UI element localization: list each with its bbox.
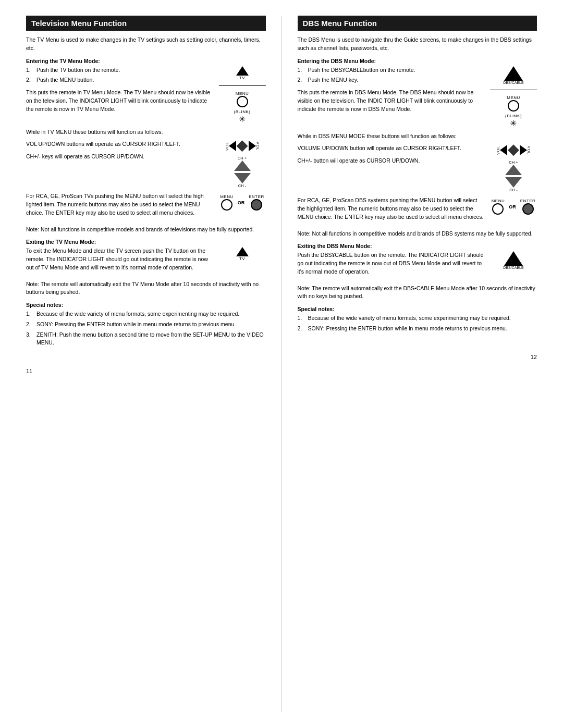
right-ch-down-arrow bbox=[505, 177, 522, 188]
right-blink-star: ✳ bbox=[510, 118, 517, 128]
right-vol-ch-text: VOLUME UP/DOWN button will operate as CU… bbox=[298, 144, 485, 169]
right-exit-dbs-button: DBS/CABLE bbox=[503, 251, 523, 269]
left-exit-text: To exit the Menu Mode and clear the TV s… bbox=[26, 247, 214, 276]
right-enter-diagram: ENTER bbox=[520, 199, 536, 215]
right-note1: Note: Not all functions in competitive m… bbox=[298, 230, 537, 238]
left-blink-star: ✳ bbox=[239, 114, 246, 124]
left-exit-tv-diagram: TV bbox=[219, 247, 266, 261]
left-menu2-label: MENU bbox=[220, 194, 234, 199]
right-menu-circle bbox=[508, 100, 519, 112]
left-divider-1 bbox=[219, 85, 266, 86]
left-tv-button-diagram: TV bbox=[236, 66, 249, 80]
left-tv-diagram: TV MENU (BLINK) ✳ bbox=[219, 66, 266, 124]
right-vol-ch-row: VOLUME UP/DOWN button will operate as CU… bbox=[298, 144, 537, 192]
left-or-row: MENU OR ENTER bbox=[220, 194, 264, 211]
right-vol-desc: VOLUME UP/DOWN button will operate as CU… bbox=[298, 144, 485, 153]
left-exit-tv-button: TV bbox=[236, 247, 249, 261]
right-ch-plus-label: CH + bbox=[509, 160, 518, 165]
left-ch-up-arrow bbox=[234, 161, 251, 171]
left-exiting-label: Exiting the TV Menu Mode: bbox=[26, 239, 266, 245]
left-tv-label: TV bbox=[239, 76, 245, 80]
left-menu-label: MENU bbox=[236, 91, 249, 96]
right-ch-minus-label: CH - bbox=[509, 188, 517, 192]
right-or-row: MENU OR ENTER bbox=[492, 199, 536, 215]
right-dbs-triangle bbox=[504, 66, 523, 81]
right-steps-diagram-row: 1. Push the DBS¥CABLEbutton on the remot… bbox=[298, 66, 537, 128]
right-ch-minus-diagram: CH - bbox=[505, 177, 522, 192]
left-special-1: 1. Because of the wide variety of menu f… bbox=[26, 310, 266, 318]
right-page-num: 12 bbox=[298, 354, 537, 360]
left-exit-desc: To exit the Menu Mode and clear the TV s… bbox=[26, 247, 214, 272]
left-arrow-left bbox=[229, 141, 236, 151]
right-menu2-label: MENU bbox=[492, 199, 505, 203]
left-vol-label-right: VOL bbox=[256, 142, 260, 151]
right-menu2-circle bbox=[492, 203, 504, 215]
left-special-3: 3. ZENITH: Push the menu button a second… bbox=[26, 331, 266, 348]
left-page-num: 11 bbox=[26, 368, 266, 374]
left-vol-label-left: VOL bbox=[225, 142, 229, 151]
left-rca-desc: For RCA, GE, ProScan TVs pushing the MEN… bbox=[26, 192, 214, 217]
right-exiting-label: Exiting the DBS Menu Mode: bbox=[298, 243, 537, 249]
right-divider-1 bbox=[490, 90, 537, 90]
right-special-2: 2. SONY: Pressing the ENTER button while… bbox=[298, 325, 537, 333]
left-vol-diagram: VOL VOL bbox=[225, 140, 260, 152]
left-diamond bbox=[237, 140, 248, 152]
right-dbs-button-diagram: DBS/CABLE bbox=[503, 66, 523, 84]
right-menu-enter-diagram: MENU OR ENTER bbox=[490, 196, 537, 215]
right-vol-diagram: VOL VOL bbox=[496, 144, 531, 156]
left-while-in: While in TV MENU these buttons will func… bbox=[26, 128, 266, 137]
left-steps-diagram-row: 1. Push the TV button on the remote. 2. … bbox=[26, 66, 266, 124]
right-menu2-diagram: MENU bbox=[492, 199, 505, 215]
right-section-header: DBS Menu Function bbox=[298, 16, 537, 31]
right-rca-desc: For RCA, GE, ProScan DBS systems pushing… bbox=[298, 196, 485, 221]
left-note1: Note: Not all functions in competitive m… bbox=[26, 226, 266, 234]
right-exit-row: Push the DBS¥CABLE button on the remote.… bbox=[298, 251, 537, 280]
right-entering-label: Entering the DBS Menu Mode: bbox=[298, 58, 537, 64]
left-exit-tv-triangle bbox=[236, 247, 249, 256]
left-special-label: Special notes: bbox=[26, 302, 266, 308]
right-header-text: DBS Menu Function bbox=[303, 19, 377, 28]
right-exit-dbs-triangle bbox=[504, 251, 523, 266]
left-note2: Note: The remote will automatically exit… bbox=[26, 280, 266, 297]
right-exit-text: Push the DBS¥CABLE button on the remote.… bbox=[298, 251, 485, 280]
right-menu-diagram: MENU bbox=[507, 95, 520, 112]
right-special-label: Special notes: bbox=[298, 306, 537, 312]
left-enter-diagram: ENTER bbox=[249, 194, 264, 211]
left-exit-row: To exit the Menu Mode and clear the TV s… bbox=[26, 247, 266, 276]
right-mode-desc: This puts the remote in DBS Menu Mode. T… bbox=[298, 89, 485, 113]
left-section-header: Television Menu Function bbox=[26, 16, 266, 31]
left-or-text: OR bbox=[238, 200, 245, 205]
left-special-2: 2. SONY: Pressing the ENTER button while… bbox=[26, 320, 266, 329]
right-vol-label-left: VOL bbox=[496, 146, 500, 155]
left-ch-down-arrow bbox=[234, 173, 251, 183]
left-menu-enter-diagram: MENU OR ENTER bbox=[219, 192, 266, 211]
right-blink-diagram: (BLINK) ✳ bbox=[505, 114, 522, 128]
left-tv-triangle bbox=[236, 66, 249, 76]
left-vol-ch-diagram: VOL VOL CH + CH - bbox=[219, 140, 266, 188]
left-vol-ch-row: VOL UP/DOWN buttons will operate as CURS… bbox=[26, 140, 266, 188]
right-intro: The DBS Menu is used to navigate thru th… bbox=[298, 36, 537, 53]
left-mode-desc: This puts the remote in TV Menu Mode. Th… bbox=[26, 89, 214, 113]
right-vol-ch-diagram: VOL VOL CH + CH - bbox=[490, 144, 537, 192]
right-ch-plus-diagram: CH + bbox=[505, 160, 522, 175]
left-blink-label: (BLINK) bbox=[234, 109, 251, 114]
left-ch-desc: CH+/- keys will operate as CURSOR UP/DOW… bbox=[26, 153, 214, 161]
right-enter-circle bbox=[522, 203, 534, 215]
right-arrow-right bbox=[520, 145, 527, 155]
right-while-in: While in DBS MENU MODE these buttons wil… bbox=[298, 132, 537, 141]
left-vol-desc: VOL UP/DOWN buttons will operate as CURS… bbox=[26, 140, 214, 149]
right-note2: Note: The remote will automatically exit… bbox=[298, 285, 537, 301]
left-arrow-right bbox=[249, 141, 256, 151]
left-ch-plus-label: CH + bbox=[238, 156, 247, 161]
right-blink-label: (BLINK) bbox=[505, 114, 522, 118]
right-exit-desc: Push the DBS¥CABLE button on the remote.… bbox=[298, 251, 485, 276]
left-vol-ch-text: VOL UP/DOWN buttons will operate as CURS… bbox=[26, 140, 214, 165]
right-enter-label: ENTER bbox=[520, 199, 536, 203]
left-intro: The TV Menu is used to make changes in t… bbox=[26, 36, 266, 53]
left-rca-row: For RCA, GE, ProScan TVs pushing the MEN… bbox=[26, 192, 266, 221]
left-exit-tv-label: TV bbox=[239, 256, 245, 261]
right-menu-label: MENU bbox=[507, 95, 520, 100]
right-special-1: 1. Because of the wide variety of menu f… bbox=[298, 314, 537, 323]
right-dbs-diagram: DBS/CABLE MENU (BLINK) ✳ bbox=[490, 66, 537, 128]
right-vol-label-right: VOL bbox=[527, 146, 531, 155]
